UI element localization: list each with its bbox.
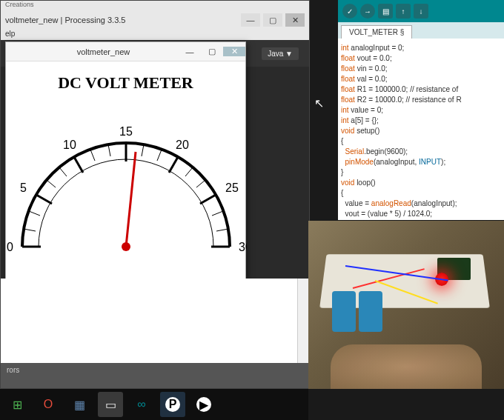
svg-line-14: [157, 150, 162, 161]
taskbar: ⊞O▦▭∞P▶: [0, 389, 308, 420]
wire-yellow: [375, 280, 438, 304]
svg-line-7: [24, 229, 36, 231]
taskbar-media[interactable]: ▶: [191, 392, 216, 417]
svg-line-2: [74, 157, 83, 173]
upload-button[interactable]: →: [360, 4, 375, 19]
mode-selector[interactable]: Java ▼: [262, 47, 299, 60]
taskbar-processing[interactable]: P: [160, 392, 185, 417]
window-title: voltmeter_new | Processing 3.3.5: [5, 16, 125, 24]
taskbar-calendar[interactable]: ▦: [67, 392, 92, 417]
svg-line-1: [36, 195, 52, 204]
save-button[interactable]: ↓: [414, 4, 428, 19]
svg-line-5: [200, 195, 216, 204]
svg-line-4: [169, 157, 178, 173]
sketch-window: voltmeter_new — ▢ ✕ DC VOLT METER: [5, 41, 246, 279]
verify-button[interactable]: ✓: [342, 4, 357, 19]
battery-2: [359, 291, 382, 332]
window-controls: — ▢ ✕: [240, 13, 305, 27]
svg-line-13: [142, 144, 144, 156]
minimize-button[interactable]: —: [241, 13, 260, 27]
sketch-tab[interactable]: VOLT_METER §: [341, 25, 412, 39]
hands: [331, 344, 482, 389]
arduino-code-editor[interactable]: int analogInput = 0;float vout = 0.0;flo…: [338, 39, 504, 224]
tick-5: 5: [20, 181, 27, 194]
sketch-title: voltmeter_new: [28, 47, 179, 56]
camera-feed: [308, 221, 504, 389]
arduino-toolbar: ✓ → ▤ ↑ ↓: [338, 0, 504, 22]
svg-line-8: [29, 211, 40, 216]
svg-line-18: [216, 229, 228, 231]
tick-0: 0: [7, 241, 13, 253]
sketch-minimize[interactable]: —: [179, 47, 201, 56]
console-tab[interactable]: rors: [1, 363, 309, 388]
processing-window: Creations voltmeter_new | Processing 3.3…: [0, 0, 310, 389]
meter-gauge: 0 5 10 15 20 25 30: [6, 99, 247, 276]
svg-line-11: [90, 150, 95, 161]
tick-10: 10: [63, 139, 76, 151]
new-button[interactable]: ▤: [378, 4, 393, 19]
svg-line-12: [108, 144, 110, 156]
open-button[interactable]: ↑: [396, 4, 411, 19]
arduino-tabbar: VOLT_METER §: [338, 22, 504, 39]
tick-20: 20: [176, 139, 189, 151]
menu-help[interactable]: elp: [1, 30, 309, 40]
svg-line-15: [185, 167, 193, 176]
svg-line-10: [59, 167, 67, 176]
battery-1: [332, 291, 356, 332]
svg-line-17: [212, 211, 223, 216]
processing-titlebar[interactable]: voltmeter_new | Processing 3.3.5 — ▢ ✕: [1, 10, 309, 30]
sketch-close[interactable]: ✕: [223, 47, 245, 56]
taskbar-opera[interactable]: O: [36, 392, 61, 417]
taskbar-start[interactable]: ⊞: [4, 392, 30, 417]
taskbar-explorer[interactable]: ▭: [98, 392, 123, 417]
voltmeter-canvas: DC VOLT METER: [6, 61, 245, 279]
maximize-button[interactable]: ▢: [263, 13, 282, 27]
svg-line-9: [47, 180, 56, 187]
cursor-icon: ↖: [314, 96, 324, 110]
tick-30: 30: [239, 241, 247, 253]
needle-pivot: [122, 242, 130, 251]
svg-line-16: [196, 180, 205, 187]
tick-15: 15: [119, 125, 133, 138]
needle: [126, 152, 136, 247]
taskbar-arduino[interactable]: ∞: [129, 392, 154, 417]
meter-title: DC VOLT METER: [6, 73, 245, 93]
sketch-titlebar[interactable]: voltmeter_new — ▢ ✕: [6, 42, 245, 61]
tick-25: 25: [225, 181, 239, 194]
parent-title: Creations: [1, 1, 309, 10]
arduino-window: ✓ → ▤ ↑ ↓ VOLT_METER § int analogInput =…: [338, 0, 504, 220]
wire-blue: [345, 265, 448, 281]
close-button[interactable]: ✕: [285, 13, 305, 27]
sketch-maximize[interactable]: ▢: [201, 47, 223, 56]
